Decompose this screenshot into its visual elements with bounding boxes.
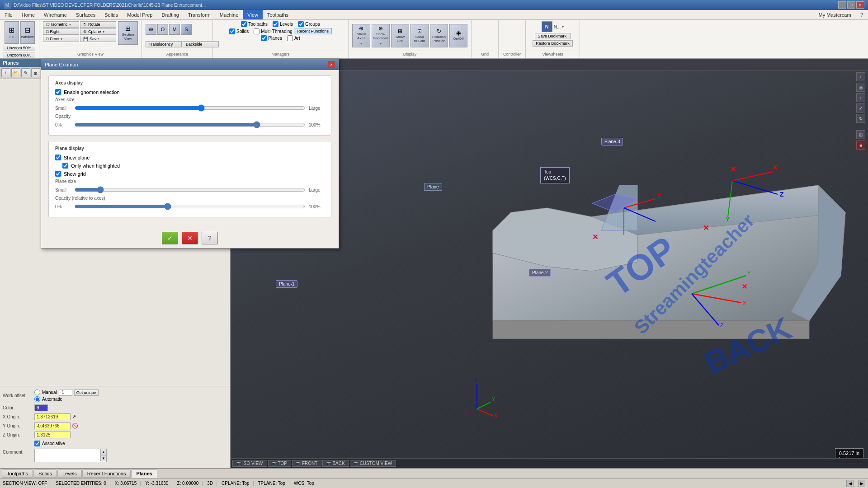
nav-btn-7[interactable]: ■ [856,141,865,150]
close-button[interactable]: × [856,1,864,9]
x-origin-picker-icon[interactable]: ↗ [72,414,76,420]
window-controls[interactable]: _ □ × [838,1,864,9]
axes-size-slider[interactable] [75,105,305,111]
dialog-close-button[interactable]: × [328,61,335,68]
opacity-slider[interactable] [75,122,305,128]
cancel-button[interactable]: ✕ [182,232,198,244]
status-bar-btn-2[interactable]: ▶ [858,480,865,487]
delete-plane-button[interactable]: 🗑 [31,68,40,77]
iso-view-tab[interactable]: 📷 ISO VIEW [232,460,267,467]
save-bookmark-button[interactable]: Save Bookmark [535,33,571,39]
nav-btn-6[interactable]: ⊞ [856,130,865,139]
art-checkbox[interactable]: Art [287,35,300,41]
rotation-position-button[interactable]: ↻ RotationPosition [430,24,448,47]
menu-help-icon[interactable]: ? [856,10,868,19]
menu-transform[interactable]: Transform [184,10,215,19]
work-offset-value[interactable] [59,389,72,396]
comment-input[interactable] [34,449,107,462]
fit-button[interactable]: ⊞ Fit [5,21,19,44]
multi-threading-checkbox[interactable]: Multi-Threading [254,28,292,34]
back-view-tab[interactable]: 📷 BACK [322,460,349,467]
menu-surfaces[interactable]: Surfaces [71,10,100,19]
automatic-label: Automatic [42,397,62,402]
rotate-button[interactable]: ↻ Rotate [80,21,116,28]
outline-button[interactable]: O [157,24,168,35]
manual-radio[interactable] [34,389,40,395]
nav-btn-1[interactable]: + [856,72,865,81]
get-unique-button[interactable]: Get unique [74,389,99,396]
nav-btn-3[interactable]: ↕ [856,93,865,102]
unzoom80-button[interactable]: Unzoom 80% [4,52,35,58]
custom-view-tab[interactable]: 📷 CUSTOM VIEW [350,460,396,467]
isometric-button[interactable]: ⬡ Isometric ▾ [43,21,79,28]
comment-scroll-up[interactable]: ▲ [100,449,107,455]
translucency-button[interactable]: Translucency [146,41,182,47]
tab-levels[interactable]: Levels [57,469,82,478]
front-button[interactable]: □ Front ▾ [43,36,79,42]
planes-checkbox[interactable]: Planes [261,35,282,41]
minimize-button[interactable]: _ [838,1,846,9]
color-swatch[interactable]: 9 [34,404,48,411]
restore-bookmark-button[interactable]: Restore Bookmark [533,40,573,47]
tab-planes[interactable]: Planes [131,469,157,478]
help-button[interactable]: ? [202,232,218,244]
menu-view[interactable]: View [243,10,263,19]
levels-checkbox[interactable]: Levels [273,21,293,27]
tab-solids[interactable]: Solids [33,469,57,478]
menu-my-mastercam[interactable]: My Mastercam [814,10,856,19]
show-axes-button[interactable]: ⊕ ShowAxes ▾ [352,24,370,47]
save-view-button[interactable]: 💾 Save [80,36,116,42]
status-bar-btn-1[interactable]: ◀ [846,480,854,487]
z-origin-input[interactable] [34,432,71,438]
nav-btn-2[interactable]: ◎ [856,83,865,92]
plane-size-slider-row: Small Large [55,187,325,193]
show-grid-checkbox[interactable] [55,171,61,177]
right-view-button[interactable]: □ Right [43,28,79,35]
plane-opacity-slider[interactable] [75,203,305,210]
menu-wireframe[interactable]: Wireframe [39,10,71,19]
recent-functions-button[interactable]: Recent Functions [294,28,332,34]
enable-gnomon-checkbox[interactable] [55,89,61,95]
y-origin-picker-icon[interactable]: 🚫 [72,423,78,429]
toolpaths-checkbox[interactable]: Toolpaths [241,21,268,27]
wireframe-button[interactable]: W [146,24,156,35]
tab-recent-functions[interactable]: Recent Functions [82,469,131,478]
show-gnomons-button[interactable]: ⊕ ShowGnomons ▾ [372,24,390,47]
menu-solids[interactable]: Solids [100,10,123,19]
maximize-button[interactable]: □ [847,1,855,9]
edit-plane-button[interactable]: ✎ [21,68,30,77]
groups-checkbox[interactable]: Groups [298,21,320,27]
nav-btn-4[interactable]: ⤢ [856,103,865,113]
window-button[interactable]: ⊟ Window [20,21,35,44]
menu-drafting[interactable]: Drafting [157,10,184,19]
only-highlighted-checkbox[interactable] [62,163,68,169]
menu-toolpaths[interactable]: Toolpaths [263,10,293,19]
snap-to-grid-button[interactable]: ⊡ Snapto Grid [410,24,429,47]
y-origin-input[interactable] [34,422,71,429]
on-off-button[interactable]: ◉ On/Off [449,24,467,47]
solids-checkbox[interactable]: Solids [229,28,249,34]
material-button[interactable]: M [169,24,180,35]
shaded-button[interactable]: S [181,24,192,35]
menu-file[interactable]: File [0,10,17,19]
tab-toolpaths[interactable]: Toolpaths [2,469,33,478]
front-view-tab[interactable]: 📷 FRONT [292,460,321,467]
top-view-tab[interactable]: 📷 TOP [268,460,291,467]
associative-checkbox[interactable] [34,441,40,446]
x-origin-input[interactable] [34,413,71,420]
show-grid-button[interactable]: ⊞ ShowGrid [391,24,409,47]
menu-home[interactable]: Home [17,10,39,19]
new-plane-button[interactable]: + [1,68,10,77]
menu-model-prep[interactable]: Model Prep [123,10,157,19]
ok-button[interactable]: ✓ [162,232,178,244]
cplane-button[interactable]: ⊕ Cplane ▾ [80,28,116,35]
automatic-radio[interactable] [34,396,40,402]
nav-btn-5[interactable]: ↻ [856,114,865,123]
unzoom50-button[interactable]: Unzoom 50% [4,45,35,51]
menu-machine[interactable]: Machine [215,10,243,19]
plane-size-slider[interactable] [75,187,305,193]
open-file-button[interactable]: 📂 [11,68,20,77]
comment-scroll-down[interactable]: ▼ [100,455,107,461]
section-view-button[interactable]: ⊞ SectionView [118,21,138,45]
show-plane-checkbox[interactable] [55,155,61,160]
